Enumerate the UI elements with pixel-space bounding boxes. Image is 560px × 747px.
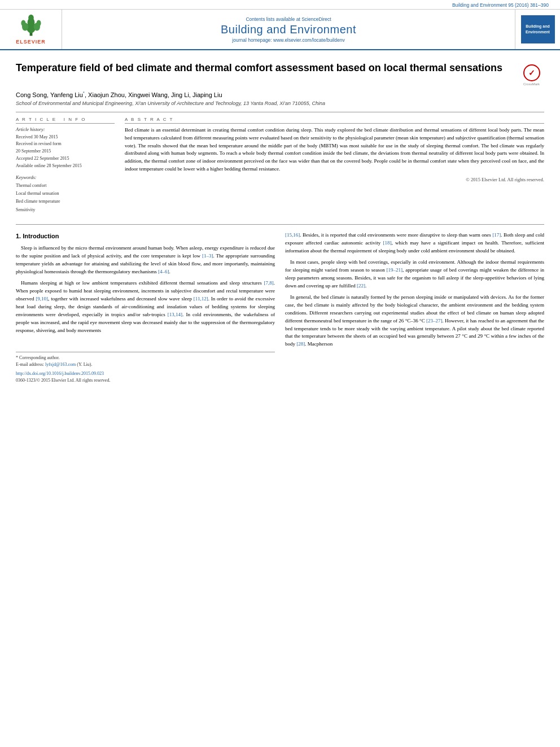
body-two-col: 1. Introduction Sleep is influenced by t… xyxy=(16,231,544,384)
left-column: A R T I C L E I N F O Article history: R… xyxy=(16,117,115,215)
revised-label: Received in revised form xyxy=(16,141,115,148)
authors: Cong Song, Yanfeng Liu*, Xiaojun Zhou, X… xyxy=(16,90,544,98)
right-para-3: In general, the bed climate is naturally… xyxy=(285,294,544,349)
article-title-section: Temperature field of bed climate and the… xyxy=(16,62,544,86)
right-column: A B S T R A C T Bed climate is an essent… xyxy=(125,117,544,215)
main-content: Temperature field of bed climate and the… xyxy=(0,50,560,390)
right-para-1: [15,16]. Besides, it is reported that co… xyxy=(285,231,544,255)
keyword-1: Thermal comfort xyxy=(16,182,115,190)
intro-heading: 1. Introduction xyxy=(16,231,275,241)
email-note: E-mail address: lyfxjd@163.com (Y. Liu). xyxy=(16,361,275,368)
footnote-area: * Corresponding author. E-mail address: … xyxy=(16,352,275,385)
body-left-col: 1. Introduction Sleep is influenced by t… xyxy=(16,231,275,384)
article-divider xyxy=(16,112,544,112)
copyright-line: © 2015 Elsevier Ltd. All rights reserved… xyxy=(125,177,544,182)
abstract-heading: A B S T R A C T xyxy=(125,117,544,124)
corresponding-note: * Corresponding author. xyxy=(16,355,275,361)
journal-header: ELSEVIER Contents lists available at Sci… xyxy=(0,10,560,50)
journal-logo-line2: Environment xyxy=(524,29,552,35)
article-history: Article history: Received 30 May 2015 Re… xyxy=(16,126,115,170)
keywords-block: Keywords: Thermal comfort Local thermal … xyxy=(16,174,115,215)
svg-point-3 xyxy=(28,15,34,21)
history-heading: Article history: xyxy=(16,126,115,132)
svg-point-7 xyxy=(36,20,41,26)
journal-reference-text: Building and Environment 95 (2016) 381–3… xyxy=(452,2,549,8)
doi-area: http://dx.doi.org/10.1016/j.buildenv.201… xyxy=(16,370,275,385)
received-date: Received 30 May 2015 xyxy=(16,134,115,141)
elsevier-logo: ELSEVIER xyxy=(0,10,62,49)
article-info-abstract: A R T I C L E I N F O Article history: R… xyxy=(16,117,544,215)
affiliation: School of Environmental and Municipal En… xyxy=(16,101,544,106)
body-section: 1. Introduction Sleep is influenced by t… xyxy=(16,224,544,384)
journal-right-logo: Building and Environment xyxy=(515,10,560,49)
elsevier-tree-icon xyxy=(11,14,51,37)
online-date: Available online 28 September 2015 xyxy=(16,163,115,170)
abstract-text: Bed climate is an essential determinant … xyxy=(125,126,544,174)
right-para-2: In most cases, people sleep with bed cov… xyxy=(285,259,544,290)
doi-link[interactable]: http://dx.doi.org/10.1016/j.buildenv.201… xyxy=(16,370,275,377)
sciencedirect-text[interactable]: ScienceDirect xyxy=(301,16,331,22)
journal-center: Contents lists available at ScienceDirec… xyxy=(62,10,515,49)
journal-reference-bar: Building and Environment 95 (2016) 381–3… xyxy=(0,0,560,10)
accepted-date: Accepted 22 September 2015 xyxy=(16,155,115,163)
sciencedirect-link: Contents lists available at ScienceDirec… xyxy=(246,16,331,22)
email-link[interactable]: lyfxjd@163.com xyxy=(45,362,76,367)
keywords-heading: Keywords: xyxy=(16,174,115,180)
crossmark[interactable]: ✓ CrossMark xyxy=(519,64,544,86)
article-title: Temperature field of bed climate and the… xyxy=(16,62,513,75)
body-right-col: [15,16]. Besides, it is reported that co… xyxy=(285,231,544,384)
article-info-heading: A R T I C L E I N F O xyxy=(16,117,115,124)
footnote-section: * Corresponding author. E-mail address: … xyxy=(16,352,275,368)
journal-homepage: journal homepage: www.elsevier.com/locat… xyxy=(232,37,344,43)
journal-title: Building and Environment xyxy=(221,23,356,36)
author-names: Cong Song, Yanfeng Liu*, Xiaojun Zhou, X… xyxy=(16,91,222,98)
journal-logo-line1: Building and xyxy=(524,24,552,29)
elsevier-label: ELSEVIER xyxy=(16,39,46,45)
revised-date: 20 September 2015 xyxy=(16,148,115,155)
crossmark-label: CrossMark xyxy=(523,82,540,86)
keyword-3: Bed climate temperature xyxy=(16,198,115,206)
homepage-link[interactable]: www.elsevier.com/locate/buildenv xyxy=(273,37,345,43)
crossmark-icon: ✓ xyxy=(523,64,540,81)
keyword-2: Local thermal sensation xyxy=(16,190,115,198)
issn-text: 0360-1323/© 2015 Elsevier Ltd. All right… xyxy=(16,377,275,384)
keyword-4: Sensitivity xyxy=(16,206,115,214)
intro-para-1: Sleep is influenced by the micro thermal… xyxy=(16,244,275,276)
intro-para-2: Humans sleeping at high or low ambient t… xyxy=(16,279,275,335)
svg-point-6 xyxy=(21,20,25,26)
journal-logo-box: Building and Environment xyxy=(521,15,555,43)
